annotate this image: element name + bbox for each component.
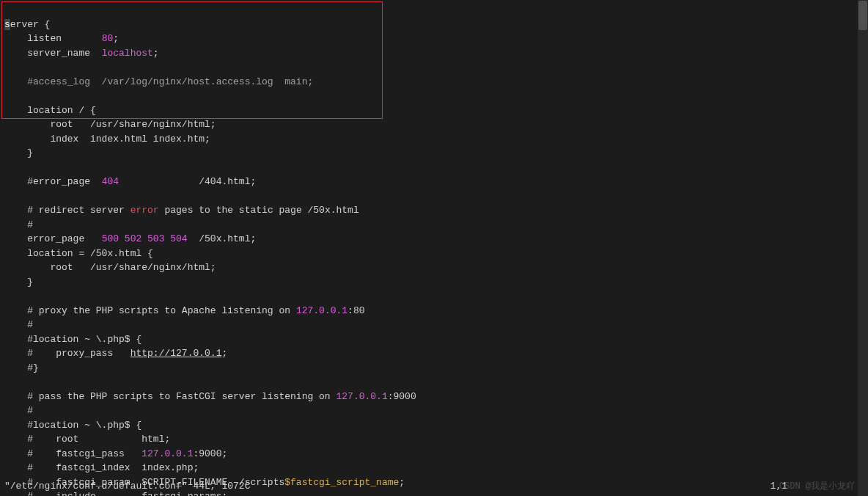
code-editor[interactable]: server { listen 80; server_name localhos… xyxy=(0,0,868,496)
code-line: # root html; xyxy=(4,434,170,445)
code-line: # xyxy=(4,405,33,416)
code-line: #error_page 404 /404.html; xyxy=(4,176,256,187)
code-line: } xyxy=(4,147,33,158)
code-line: # redirect server error pages to the sta… xyxy=(4,205,359,216)
code-comment: #access_log /var/log/nginx/host.access.l… xyxy=(4,76,313,87)
code-line: # pass the PHP scripts to FastCGI server… xyxy=(4,391,416,402)
code-line: #} xyxy=(4,362,39,373)
cursor: s xyxy=(4,19,10,30)
scrollbar[interactable] xyxy=(858,0,868,496)
code-line: # xyxy=(4,319,33,330)
code-line: # fastcgi_pass 127.0.0.1:9000; xyxy=(4,448,227,459)
code-line: } xyxy=(4,277,33,288)
scrollbar-thumb[interactable] xyxy=(858,1,867,30)
code-line: #location ~ \.php$ { xyxy=(4,420,141,431)
code-line: index index.html index.htm; xyxy=(4,134,210,145)
code-line: erver { xyxy=(10,19,51,30)
code-line: # fastcgi_index index.php; xyxy=(4,462,199,473)
code-line: root /usr/share/nginx/html; xyxy=(4,262,216,273)
code-line: # proxy_pass http://127.0.0.1; xyxy=(4,348,227,359)
code-line: listen 80; xyxy=(4,33,119,44)
code-line: location = /50x.html { xyxy=(4,248,153,259)
code-line: #location ~ \.php$ { xyxy=(4,334,141,345)
code-line: # xyxy=(4,219,33,230)
code-line: server_name localhost; xyxy=(4,48,159,59)
code-line: location / { xyxy=(4,105,96,116)
file-info: "/etc/nginx/conf.d/default.conf" 44L, 10… xyxy=(4,479,250,494)
code-line: root /usr/share/nginx/html; xyxy=(4,119,216,130)
status-bar: "/etc/nginx/conf.d/default.conf" 44L, 10… xyxy=(4,479,864,494)
watermark: CSDN @我是小龙吖 xyxy=(779,480,855,493)
code-line: # proxy the PHP scripts to Apache listen… xyxy=(4,305,365,316)
code-line: error_page 500 502 503 504 /50x.html; xyxy=(4,233,256,244)
